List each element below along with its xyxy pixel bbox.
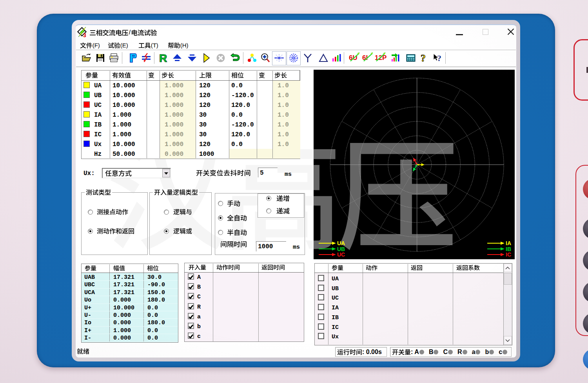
svg-text:IC: IC bbox=[506, 251, 511, 258]
svg-text:?: ? bbox=[421, 53, 426, 63]
svg-text:R: R bbox=[159, 53, 167, 63]
svg-text:UC: UC bbox=[337, 251, 345, 258]
svg-text:?: ? bbox=[437, 53, 441, 63]
svg-text:3: 3 bbox=[83, 32, 86, 37]
